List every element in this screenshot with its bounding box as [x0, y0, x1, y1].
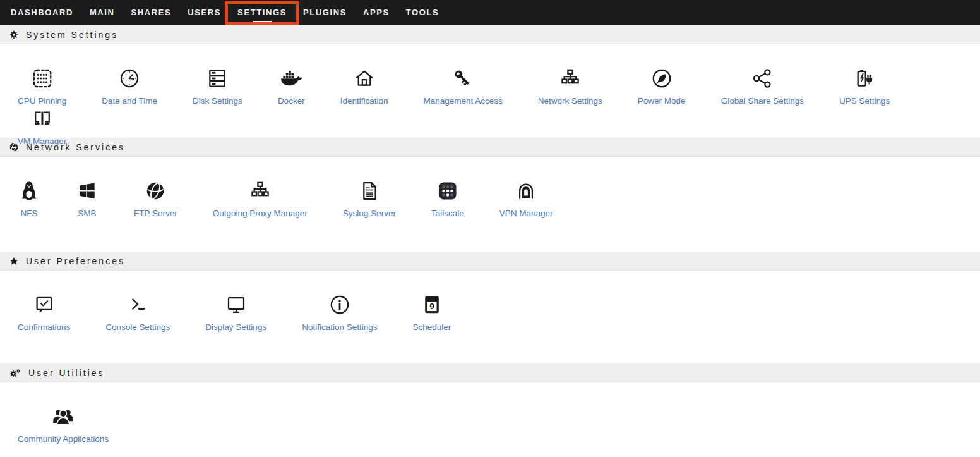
tab-users[interactable]: USERS	[179, 0, 229, 25]
section-header-user-utilities: User Utilities	[0, 363, 980, 382]
section-user-utilities: User Utilities Community Applications	[0, 363, 980, 444]
settings-item-docker[interactable]: Docker	[263, 66, 320, 106]
settings-item-management-access[interactable]: Management Access	[408, 66, 517, 106]
tux-penguin-icon	[18, 178, 40, 204]
monitor-icon	[225, 292, 248, 317]
sitemap-icon	[249, 178, 272, 204]
settings-item-community-applications[interactable]: Community Applications	[3, 404, 124, 444]
globe-solid-icon	[144, 178, 167, 204]
tab-shares[interactable]: SHARES	[123, 0, 180, 25]
calendar-icon: 9	[421, 292, 443, 317]
settings-item-date-time[interactable]: Date and Time	[87, 66, 172, 106]
item-label: Community Applications	[18, 434, 109, 444]
svg-text:9: 9	[429, 302, 434, 311]
settings-item-tailscale[interactable]: Tailscale	[416, 178, 479, 219]
settings-item-vm-manager[interactable]: VM Manager	[3, 106, 81, 147]
section-title: User Utilities	[28, 368, 105, 378]
sitemap-icon	[559, 66, 582, 91]
section-user-preferences: User Preferences Confirmations Console S…	[0, 252, 980, 363]
tab-settings-label: SETTINGS	[237, 8, 287, 17]
settings-item-outgoing-proxy-manager[interactable]: Outgoing Proxy Manager	[198, 178, 323, 219]
home-icon	[353, 66, 376, 91]
item-label: FTP Server	[134, 209, 177, 219]
docker-whale-icon	[278, 66, 304, 91]
item-label: Identification	[340, 96, 388, 106]
settings-item-nfs[interactable]: NFS	[3, 178, 56, 219]
settings-item-smb[interactable]: SMB	[61, 178, 114, 219]
share-nodes-icon	[751, 66, 774, 91]
tailscale-icon	[436, 178, 459, 204]
settings-item-disk-settings[interactable]: Disk Settings	[177, 66, 258, 106]
item-label: Date and Time	[102, 96, 157, 106]
settings-item-cpu-pinning[interactable]: CPU Pinning	[3, 66, 81, 106]
item-label: Docker	[278, 96, 305, 106]
settings-item-scheduler[interactable]: 9 Scheduler	[397, 292, 466, 332]
item-label: Outgoing Proxy Manager	[213, 209, 308, 219]
tunnel-icon	[515, 178, 537, 204]
battery-plug-icon	[852, 66, 876, 91]
terminal-icon	[126, 292, 149, 317]
item-label: UPS Settings	[839, 96, 890, 106]
globe-icon	[9, 142, 19, 152]
tab-tools[interactable]: TOOLS	[398, 0, 448, 25]
item-label: Console Settings	[105, 322, 170, 332]
item-label: SMB	[78, 209, 96, 219]
clock-icon	[118, 66, 141, 91]
settings-item-ups-settings[interactable]: UPS Settings	[824, 66, 905, 106]
section-header-system-settings: System Settings	[0, 25, 980, 44]
settings-item-confirmations[interactable]: Confirmations	[3, 292, 85, 332]
gears-icon	[9, 368, 21, 378]
settings-item-power-mode[interactable]: Power Mode	[623, 66, 701, 106]
comment-check-icon	[33, 292, 56, 317]
item-label: Management Access	[423, 96, 502, 106]
section-network-services: Network Services NFS	[0, 138, 980, 252]
tab-settings[interactable]: SETTINGS	[229, 0, 295, 25]
item-label: Disk Settings	[193, 96, 242, 106]
item-label: NFS	[21, 209, 38, 219]
settings-item-identification[interactable]: Identification	[325, 66, 403, 106]
settings-item-global-share-settings[interactable]: Global Share Settings	[706, 66, 819, 106]
key-icon	[451, 66, 474, 91]
settings-item-vpn-manager[interactable]: VPN Manager	[484, 178, 568, 219]
user-group-icon	[51, 404, 76, 429]
info-circle-icon	[328, 292, 351, 317]
settings-item-notification-settings[interactable]: Notification Settings	[287, 292, 392, 332]
tab-main[interactable]: MAIN	[81, 0, 123, 25]
section-system-settings: System Settings CPU Pinning	[0, 25, 980, 138]
tab-apps[interactable]: APPS	[355, 0, 398, 25]
item-label: Notification Settings	[302, 322, 377, 332]
section-title: User Preferences	[26, 256, 125, 266]
tab-plugins[interactable]: PLUGINS	[295, 0, 355, 25]
item-label: CPU Pinning	[18, 96, 66, 106]
tab-dashboard[interactable]: DASHBOARD	[3, 0, 81, 25]
cpu-pinning-icon	[31, 66, 54, 91]
settings-item-ftp-server[interactable]: FTP Server	[119, 178, 193, 219]
top-navbar: DASHBOARD MAIN SHARES USERS SETTINGS PLU…	[0, 0, 980, 25]
item-label: VPN Manager	[499, 209, 553, 219]
item-label: Syslog Server	[343, 209, 396, 219]
section-header-network-services: Network Services	[0, 138, 980, 157]
gear-icon	[9, 30, 19, 40]
file-lines-icon	[358, 178, 381, 204]
item-label: Scheduler	[412, 322, 451, 332]
settings-item-console-settings[interactable]: Console Settings	[90, 292, 185, 332]
server-stack-icon	[206, 66, 229, 91]
item-label: Tailscale	[431, 209, 464, 219]
item-label: Confirmations	[18, 322, 70, 332]
settings-item-syslog-server[interactable]: Syslog Server	[328, 178, 411, 219]
leaf-circle-icon	[650, 66, 673, 91]
windows-logo-icon	[76, 178, 99, 204]
item-label: Power Mode	[638, 96, 686, 106]
item-label: Network Settings	[538, 96, 602, 106]
section-header-user-preferences: User Preferences	[0, 252, 980, 271]
item-label: Display Settings	[205, 322, 266, 332]
item-label: Global Share Settings	[721, 96, 804, 106]
section-title: System Settings	[26, 30, 118, 40]
vm-panels-icon	[31, 106, 54, 131]
settings-item-display-settings[interactable]: Display Settings	[190, 292, 282, 332]
star-icon	[9, 256, 19, 266]
settings-item-network-settings[interactable]: Network Settings	[523, 66, 618, 106]
section-title: Network Services	[26, 142, 125, 152]
